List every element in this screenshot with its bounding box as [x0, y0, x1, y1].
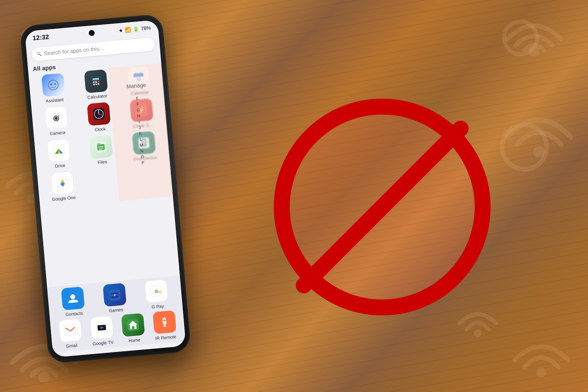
app-label-home: Home: [128, 337, 141, 344]
prohibited-svg: [272, 97, 492, 317]
app-label-assistant: Assistant: [46, 97, 64, 104]
app-item-home[interactable]: Home: [121, 313, 146, 344]
app-label-clock: Clock: [94, 126, 106, 132]
app-item-drive[interactable]: Drive: [47, 138, 71, 169]
app-icon-irremote: [152, 310, 176, 334]
alpha-J: J: [139, 126, 141, 130]
svg-point-4: [536, 368, 546, 377]
app-item-gtv[interactable]: Google TV: [90, 316, 114, 347]
status-time: 12:32: [32, 33, 49, 42]
app-icon-gmail: [58, 318, 82, 342]
app-label-drive: Drive: [55, 163, 66, 169]
svg-point-7: [48, 80, 58, 90]
app-icon-camera: [44, 106, 68, 130]
app-item-calculator[interactable]: Calculator: [84, 69, 108, 100]
app-icon-assistant: [42, 73, 66, 97]
app-label-irremote: IR Remote: [155, 334, 177, 341]
app-item-camera[interactable]: Camera: [44, 106, 69, 137]
svg-rect-43: [97, 143, 101, 145]
alpha-E: E: [136, 96, 139, 101]
app-item-irremote[interactable]: IR Remote: [152, 310, 177, 341]
app-item-googleone[interactable]: Google One: [50, 171, 76, 202]
circle-decoration-mr: [500, 122, 549, 172]
alpha-L: L: [140, 137, 142, 142]
app-icon-calculator: [84, 69, 108, 93]
phone-body: 12:32 ★ 📶 🔋 78% 🔍 Search for apps on thi…: [20, 14, 191, 363]
app-icon-games: [103, 283, 127, 307]
svg-point-3: [38, 372, 50, 382]
app-icon-gtv: [90, 316, 114, 340]
app-label-calculator: Calculator: [87, 93, 108, 100]
alpha-I: I: [139, 120, 140, 124]
alpha-H: H: [137, 114, 140, 118]
alpha-P: P: [141, 161, 144, 166]
app-item-assistant[interactable]: Assistant: [42, 73, 66, 104]
battery-percent: 78%: [141, 25, 151, 31]
manage-label: Manage: [108, 63, 164, 96]
app-item-files[interactable]: Files: [89, 135, 114, 166]
battery-icon: 🔋: [133, 26, 140, 32]
app-label-games: Games: [109, 307, 124, 314]
alpha-F: F: [136, 102, 139, 107]
app-label-gpay: G Pay: [152, 304, 164, 310]
alphabet-list: E F G H I J K L M N O P: [110, 92, 170, 170]
search-placeholder-text: Search for apps on this...: [44, 45, 104, 57]
bluetooth-icon: ★: [118, 27, 123, 33]
phone-device: 12:32 ★ 📶 🔋 78% 🔍 Search for apps on thi…: [20, 14, 191, 363]
app-item-games[interactable]: Games: [103, 283, 127, 314]
svg-point-6: [474, 329, 482, 337]
svg-point-8: [50, 83, 52, 86]
alpha-O: O: [141, 155, 144, 160]
alpha-G: G: [137, 108, 140, 113]
svg-point-9: [54, 83, 56, 85]
app-item-gmail[interactable]: Gmail: [58, 318, 83, 349]
app-icon-home: [121, 313, 145, 337]
wifi-status-icon: 📶: [125, 26, 131, 33]
app-item-gpay[interactable]: GPay G Pay: [144, 279, 169, 310]
prohibited-sign: [272, 97, 492, 317]
app-item-contacts[interactable]: Contacts: [61, 287, 85, 318]
app-label-files: Files: [98, 159, 107, 165]
svg-rect-70: [132, 326, 135, 329]
app-icon-googleone: [50, 171, 74, 195]
app-label-camera: Camera: [50, 130, 66, 136]
app-icon-files: [89, 135, 113, 159]
circle-decoration-tr: [502, 20, 539, 56]
app-icon-contacts: [61, 287, 85, 311]
phone-screen: 12:32 ★ 📶 🔋 78% 🔍 Search for apps on thi…: [25, 20, 186, 358]
app-label-googleone: Google One: [52, 195, 76, 202]
app-item-clock[interactable]: Clock: [87, 102, 112, 133]
app-label-gmail: Gmail: [66, 343, 78, 349]
app-icon-drive: [47, 138, 71, 162]
svg-line-46: [99, 150, 102, 150]
alpha-M: M: [140, 143, 143, 148]
manage-panel: Manage E F G H I J K L M N O P: [108, 63, 173, 201]
status-icons: ★ 📶 🔋 78%: [118, 25, 151, 33]
camera-notch: [88, 30, 95, 36]
alpha-N: N: [140, 149, 144, 154]
app-icon-clock: [87, 102, 111, 126]
app-label-contacts: Contacts: [65, 311, 83, 317]
wifi-icon-bottom-right: [510, 328, 573, 377]
svg-text:Pay: Pay: [156, 289, 162, 294]
alpha-K: K: [139, 131, 142, 136]
app-label-gtv: Google TV: [92, 340, 114, 347]
app-icon-gpay: GPay: [144, 279, 168, 303]
svg-rect-27: [54, 113, 58, 116]
search-icon: 🔍: [36, 52, 42, 56]
